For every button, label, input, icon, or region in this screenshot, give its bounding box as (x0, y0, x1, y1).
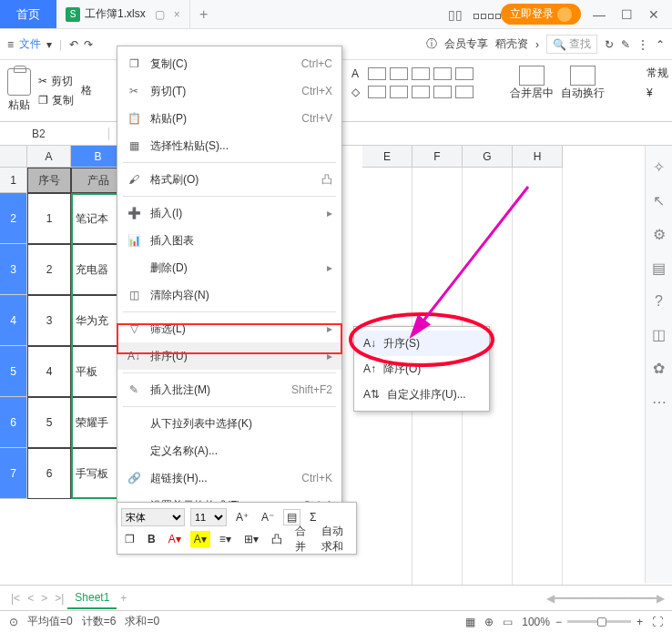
mini-fill-button[interactable]: A▾ (190, 531, 210, 547)
mini-size-select[interactable]: 11 (190, 508, 227, 526)
mini-font-select[interactable]: 宋体 (121, 508, 185, 526)
ctx-define-name[interactable]: 定义名称(A)... (117, 437, 341, 464)
view-normal-icon[interactable]: ▦ (465, 616, 475, 628)
align-right[interactable] (412, 86, 430, 98)
copy-button[interactable]: ❐ 复制 (38, 93, 74, 108)
mini-autosum-button[interactable]: 自动求和 (318, 522, 352, 556)
search-input[interactable]: 🔍 查找 (546, 35, 597, 54)
cell-A1[interactable]: 序号 (27, 168, 71, 193)
ctx-hyperlink[interactable]: 🔗超链接(H)...Ctrl+K (117, 464, 341, 492)
login-button[interactable]: 立即登录 (501, 4, 581, 25)
align-top[interactable] (368, 67, 386, 80)
col-H-cells[interactable] (513, 168, 563, 586)
share-icon[interactable]: ✎ (621, 38, 630, 51)
record-icon[interactable]: ⊙ (9, 616, 18, 628)
sheet-next-button[interactable]: > (41, 592, 47, 605)
redo-button[interactable]: ↷ (84, 38, 93, 51)
ctx-sort[interactable]: A↓排序(U)▸ (117, 342, 341, 370)
ctx-dropdown-select[interactable]: 从下拉列表中选择(K) (117, 410, 341, 437)
ctx-comment[interactable]: ✎插入批注(M)Shift+F2 (117, 376, 341, 403)
fill-btn[interactable] (433, 86, 452, 98)
zoom-control[interactable]: 100% − + (522, 616, 643, 628)
ctx-paste-special[interactable]: ▦选择性粘贴(S)... (117, 132, 341, 159)
row-1[interactable]: 1 (0, 168, 27, 193)
col-F[interactable]: F (412, 146, 463, 168)
view-layout-icon[interactable]: ▭ (503, 616, 513, 628)
mini-merge-button[interactable]: 合并 (291, 522, 312, 556)
indent-inc[interactable] (455, 67, 473, 80)
ctx-insert-chart[interactable]: 📊插入图表 (117, 227, 341, 254)
add-sheet-button[interactable]: + (120, 592, 127, 605)
undo-button[interactable]: ↶ (69, 38, 78, 51)
close-tab-icon[interactable]: × (174, 8, 180, 21)
overflow-icon[interactable]: ⋮ (637, 38, 648, 51)
number-format-select[interactable]: 常规 (647, 66, 668, 81)
home-tab[interactable]: 首页 (0, 0, 56, 28)
merge-center-button[interactable]: 合并居中 (510, 66, 554, 101)
settings-icon[interactable]: ⚙ (653, 226, 666, 243)
zoom-in-button[interactable]: + (636, 616, 643, 628)
fullscreen-icon[interactable]: ⛶ (652, 616, 663, 628)
new-tab-button[interactable]: + (190, 6, 218, 23)
cell-A3[interactable]: 2 (27, 244, 71, 295)
sheet-prev-button[interactable]: < (27, 592, 34, 605)
cell-A7[interactable]: 6 (27, 448, 71, 499)
sheet-tab-1[interactable]: Sheet1 (67, 587, 117, 609)
align-bot[interactable] (412, 67, 430, 80)
help-icon[interactable]: ⓘ (426, 36, 437, 52)
ctx-clear[interactable]: ◫清除内容(N) (117, 281, 341, 309)
auto-wrap-button[interactable]: 自动换行 (561, 66, 605, 101)
collapse-icon[interactable]: ⌃ (656, 38, 665, 51)
layout-icon[interactable]: ▯▯ (446, 7, 464, 22)
paste-button[interactable]: 粘贴 (7, 68, 31, 113)
fill-color-button[interactable]: ◇ (346, 86, 364, 98)
zoom-out-button[interactable]: − (555, 616, 562, 628)
ctx-insert[interactable]: ➕插入(I)▸ (117, 199, 341, 227)
align-left[interactable] (368, 86, 386, 98)
member-menu[interactable]: 会员专享 (444, 36, 488, 52)
pin-icon[interactable]: ▢ (155, 8, 165, 21)
apps-icon[interactable] (473, 7, 492, 22)
ctx-filter[interactable]: ▽筛选(L)▸ (117, 315, 341, 342)
more-icon[interactable]: › (535, 38, 539, 51)
tool-icon[interactable]: ✿ (653, 360, 665, 377)
name-box[interactable]: B2 (0, 127, 109, 140)
sort-ascending[interactable]: A↓升序(S) (354, 331, 489, 356)
currency-button[interactable]: ¥ (647, 87, 668, 99)
cell-A4[interactable]: 3 (27, 295, 71, 346)
mini-bold-button[interactable]: B (144, 531, 159, 547)
orient-btn[interactable] (455, 86, 473, 98)
file-tab[interactable]: S 工作簿1.xlsx ▢ × (56, 0, 190, 28)
dropdown-icon[interactable]: ▾ (46, 38, 52, 51)
sync-icon[interactable]: ↻ (605, 38, 614, 51)
ctx-paste[interactable]: 📋粘贴(P)Ctrl+V (117, 105, 341, 132)
zoom-slider[interactable] (567, 620, 631, 623)
file-menu[interactable]: 文件 (19, 36, 41, 52)
row-6[interactable]: 6 (0, 397, 27, 448)
view-page-icon[interactable]: ⊕ (484, 616, 494, 628)
font-color-button[interactable]: A (346, 67, 364, 80)
sheet-first-button[interactable]: |< (11, 592, 20, 605)
col-A[interactable]: A (27, 146, 71, 168)
row-2[interactable]: 2 (0, 193, 27, 244)
row-3[interactable]: 3 (0, 244, 27, 295)
mini-copy-button[interactable]: ❐ (121, 531, 138, 547)
cell-A5[interactable]: 4 (27, 346, 71, 397)
align-mid[interactable] (390, 67, 408, 80)
maximize-button[interactable]: ☐ (617, 7, 636, 22)
indent-dec[interactable] (433, 67, 452, 80)
mini-format-button[interactable]: 凸 (268, 530, 286, 549)
hscroll[interactable]: ◀━━━━━━━━━━━━━━━━▶ (546, 592, 665, 605)
row-headers[interactable]: 1 2 3 4 5 6 7 (0, 168, 27, 499)
font-grow-button[interactable]: A⁺ (232, 509, 252, 525)
row-7[interactable]: 7 (0, 448, 27, 499)
mini-font-color-button[interactable]: A▾ (165, 531, 185, 547)
mini-align-button[interactable]: ≡▾ (216, 531, 235, 547)
row-4[interactable]: 4 (0, 295, 27, 346)
format-painter[interactable]: 格 (81, 83, 92, 98)
row-5[interactable]: 5 (0, 346, 27, 397)
cell-A2[interactable]: 1 (27, 193, 71, 244)
help-side-icon[interactable]: ? (655, 293, 663, 310)
select-tool-icon[interactable]: ↖ (653, 192, 665, 209)
minimize-button[interactable]: — (590, 7, 608, 22)
